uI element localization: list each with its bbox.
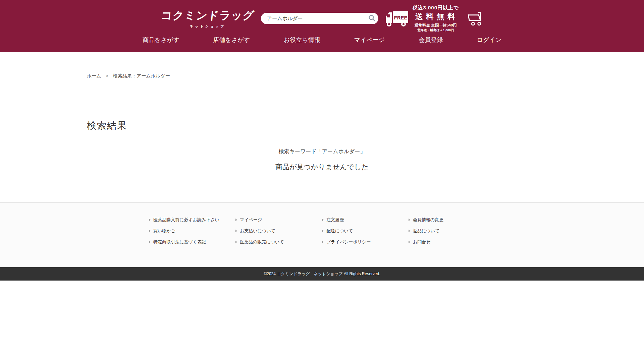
nav-item-useful-info[interactable]: お役立ち情報 (284, 36, 320, 44)
footer-link-order-history[interactable]: 注文履歴 (322, 217, 409, 223)
search-keyword-text: 検索キーワード「アームホルダー」 (87, 148, 557, 155)
arrow-right-icon (322, 230, 324, 232)
footer-link-label: 医薬品購入前に必ずお読み下さい (153, 217, 219, 223)
arrow-right-icon (149, 219, 151, 221)
footer-link-label: 注文履歴 (326, 217, 344, 223)
no-results-message: 商品が見つかりませんでした (87, 162, 557, 172)
main-nav: 商品をさがす 店舗をさがす お役立ち情報 マイページ 会員登録 ログイン (143, 32, 501, 48)
nav-item-register[interactable]: 会員登録 (419, 36, 443, 44)
arrow-right-icon (235, 241, 237, 243)
footer-link-returns[interactable]: 返品について (409, 228, 495, 234)
breadcrumb-current: 検索結果：アームホルダー (113, 73, 170, 78)
footer-link-medicine-notice[interactable]: 医薬品購入前に必ずお読み下さい (149, 217, 235, 223)
header-top: コクミンドラッグ ネットショップ FREE (161, 0, 483, 32)
breadcrumb: ホーム > 検索結果：アームホルダー (87, 52, 557, 79)
shipping-text: 税込3,000円以上で 送料無料 通常料金 全国一律540円 北海道・離島は＋1… (412, 5, 459, 33)
cart-button[interactable] (466, 9, 483, 27)
free-badge-text: FREE (394, 15, 408, 20)
nav-item-find-stores[interactable]: 店舗をさがす (213, 36, 250, 44)
footer-link-medicine-sales[interactable]: 医薬品の販売について (235, 239, 322, 245)
footer-link-label: お問合せ (413, 239, 431, 245)
arrow-right-icon (409, 230, 410, 232)
footer-link-label: プライバシーポリシー (326, 239, 371, 245)
logo-subtitle: ネットショップ (161, 24, 254, 29)
nav-item-mypage[interactable]: マイページ (354, 36, 385, 44)
arrow-right-icon (409, 241, 410, 243)
arrow-right-icon (409, 219, 410, 221)
logo-title: コクミンドラッグ (160, 8, 255, 23)
search-button[interactable] (367, 14, 377, 23)
footer-link-label: 会員情報の変更 (413, 217, 443, 223)
search-icon (368, 14, 376, 22)
site-header: コクミンドラッグ ネットショップ FREE (0, 0, 644, 52)
breadcrumb-separator: > (106, 73, 109, 78)
footer-link-cart[interactable]: 買い物かご (149, 228, 235, 234)
shipping-free-label: 送料無料 (412, 11, 459, 22)
nav-item-login[interactable]: ログイン (477, 36, 501, 44)
shipping-threshold: 税込3,000円以上で (412, 5, 459, 11)
arrow-right-icon (235, 230, 237, 232)
footer-link-label: 返品について (413, 228, 439, 234)
shipping-normal-fee: 通常料金 全国一律540円 (412, 23, 459, 28)
footer-link-delivery[interactable]: 配送について (322, 228, 409, 234)
free-shipping-truck-icon: FREE (385, 10, 409, 27)
footer-link-contact[interactable]: お問合せ (409, 239, 495, 245)
search-box (261, 13, 378, 24)
site-logo[interactable]: コクミンドラッグ ネットショップ (161, 8, 254, 29)
main-content: ホーム > 検索結果：アームホルダー 検索結果 検索キーワード「アームホルダー」… (0, 52, 644, 202)
footer-link-label: お支払いについて (240, 228, 275, 234)
footer-links: 医薬品購入前に必ずお読み下さい マイページ 注文履歴 会員情報の変更 買い物かご (0, 217, 644, 245)
footer-link-mypage[interactable]: マイページ (235, 217, 322, 223)
shipping-banner: FREE 税込3,000円以上で 送料無料 通常料金 全国一律540円 北海道・… (385, 5, 459, 33)
search-input[interactable] (261, 13, 378, 24)
footer-link-label: マイページ (240, 217, 262, 223)
arrow-right-icon (235, 219, 237, 221)
arrow-right-icon (149, 241, 151, 243)
copyright-text: ©2024 コクミンドラッグ ネットショップ All Rights Reserv… (264, 271, 380, 277)
arrow-right-icon (322, 219, 324, 221)
arrow-right-icon (322, 241, 324, 243)
nav-item-search-products[interactable]: 商品をさがす (143, 36, 179, 44)
site-footer: 医薬品購入前に必ずお読み下さい マイページ 注文履歴 会員情報の変更 買い物かご (0, 202, 644, 267)
footer-link-label: 医薬品の販売について (240, 239, 284, 245)
footer-link-privacy-policy[interactable]: プライバシーポリシー (322, 239, 409, 245)
page: コクミンドラッグ ネットショップ FREE (0, 0, 644, 362)
breadcrumb-home-link[interactable]: ホーム (87, 73, 101, 78)
shipping-remote-fee: 北海道・離島は＋1,000円 (412, 28, 459, 33)
arrow-right-icon (149, 230, 151, 232)
cart-icon (466, 11, 483, 26)
footer-link-label: 配送について (326, 228, 353, 234)
footer-link-payment[interactable]: お支払いについて (235, 228, 322, 234)
copyright-bar: ©2024 コクミンドラッグ ネットショップ All Rights Reserv… (0, 267, 644, 281)
page-title: 検索結果 (87, 119, 557, 132)
footer-link-label: 特定商取引法に基づく表記 (153, 239, 206, 245)
footer-link-legal-notice[interactable]: 特定商取引法に基づく表記 (149, 239, 235, 245)
footer-link-label: 買い物かご (153, 228, 175, 234)
footer-link-member-info[interactable]: 会員情報の変更 (409, 217, 495, 223)
